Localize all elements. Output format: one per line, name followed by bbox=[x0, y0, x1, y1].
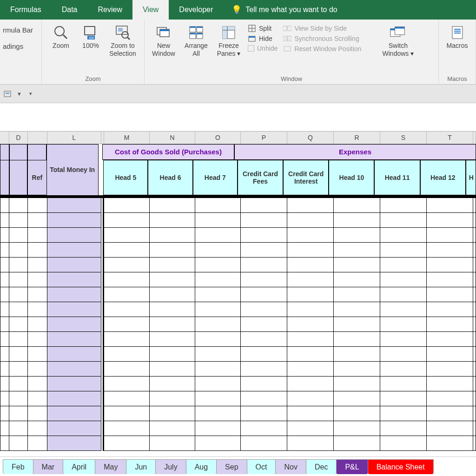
header-cogs-2: Head 7 bbox=[193, 160, 238, 195]
new-window-icon bbox=[155, 24, 172, 41]
header-exp-0: Credit Card Fees bbox=[238, 160, 283, 195]
table-row[interactable] bbox=[0, 272, 476, 287]
zoom-100-button[interactable]: 100 100% bbox=[77, 22, 104, 52]
table-row[interactable] bbox=[0, 243, 476, 258]
svg-rect-41 bbox=[6, 93, 9, 94]
table-row[interactable] bbox=[0, 198, 476, 213]
table-row[interactable] bbox=[0, 347, 476, 362]
table-row[interactable] bbox=[0, 421, 476, 436]
worksheet-tab-dec[interactable]: Dec bbox=[306, 459, 337, 474]
group-label-macros: Macros bbox=[442, 74, 473, 84]
worksheet-tab-aug[interactable]: Aug bbox=[186, 459, 217, 474]
ribbon-group-zoom: Zoom 100 100% Zoom to Selection Zoom bbox=[42, 20, 145, 84]
col-header-l[interactable]: L bbox=[47, 132, 101, 144]
col-header-u[interactable] bbox=[473, 132, 476, 144]
new-window-button[interactable]: New Window bbox=[147, 22, 180, 60]
col-header-n[interactable]: N bbox=[150, 132, 195, 144]
table-row[interactable] bbox=[0, 258, 476, 272]
table-row[interactable] bbox=[0, 213, 476, 228]
svg-rect-19 bbox=[197, 33, 203, 34]
svg-text:100: 100 bbox=[88, 36, 94, 40]
table-row[interactable] bbox=[0, 317, 476, 332]
column-header-row: D L M N O P Q R S T bbox=[0, 131, 476, 144]
arrange-all-button[interactable]: Arrange All bbox=[180, 22, 212, 60]
table-row[interactable] bbox=[0, 406, 476, 421]
qat-dropdown-icon[interactable]: ▼ bbox=[17, 91, 22, 97]
col-header-o[interactable]: O bbox=[195, 132, 241, 144]
worksheet-tab-nov[interactable]: Nov bbox=[275, 459, 306, 474]
ribbon-tab-formulas[interactable]: Formulas bbox=[0, 0, 52, 20]
worksheet-tab-feb[interactable]: Feb bbox=[3, 459, 33, 474]
switch-windows-icon bbox=[390, 24, 406, 41]
worksheet-tab-jun[interactable]: Jun bbox=[126, 459, 156, 474]
toggle-formula-bar[interactable]: rmula Bar bbox=[3, 26, 33, 34]
header-exp-1: Credit Card Interest bbox=[283, 160, 329, 195]
hide-button[interactable]: Hide bbox=[248, 34, 278, 43]
worksheet-tab-july[interactable]: July bbox=[155, 459, 186, 474]
worksheet-tab-sep[interactable]: Sep bbox=[216, 459, 247, 474]
worksheet-tab-strip: FebMarAprilMayJunJulyAugSepOctNovDecP&LB… bbox=[0, 456, 476, 476]
table-row[interactable] bbox=[0, 391, 476, 406]
switch-windows-button[interactable]: Switch Windows ▾ bbox=[378, 22, 418, 60]
worksheet-tab-april[interactable]: April bbox=[63, 459, 95, 474]
toggle-headings[interactable]: adings bbox=[3, 42, 23, 50]
quick-access-toolbar: ▼ ▾ bbox=[0, 85, 476, 103]
reset-window-position-button: Reset Window Position bbox=[283, 45, 375, 53]
lightbulb-icon: 💡 bbox=[231, 5, 242, 15]
worksheet-tab-mar[interactable]: Mar bbox=[33, 459, 64, 474]
table-row[interactable] bbox=[0, 362, 476, 377]
col-header-gap[interactable] bbox=[28, 132, 47, 144]
macros-button[interactable]: Macros bbox=[442, 22, 473, 52]
col-header-d[interactable]: D bbox=[9, 132, 28, 144]
unhide-button: Unhide bbox=[248, 45, 278, 52]
freeze-panes-button[interactable]: Freeze Panes ▾ bbox=[212, 22, 245, 60]
table-row[interactable] bbox=[0, 228, 476, 243]
zoom-100-icon: 100 bbox=[82, 24, 99, 41]
table-row[interactable] bbox=[0, 287, 476, 302]
col-header-p[interactable]: P bbox=[241, 132, 287, 144]
col-header-q[interactable]: Q bbox=[287, 132, 334, 144]
svg-rect-31 bbox=[288, 26, 291, 31]
table-row[interactable] bbox=[0, 302, 476, 317]
qat-overflow-icon[interactable]: ▾ bbox=[29, 91, 32, 97]
reset-pos-icon bbox=[283, 45, 291, 53]
col-header-r[interactable]: R bbox=[334, 132, 380, 144]
zoom-to-selection-button[interactable]: Zoom to Selection bbox=[104, 22, 141, 60]
worksheet-tab-oct[interactable]: Oct bbox=[247, 459, 276, 474]
tell-me-search[interactable]: 💡 Tell me what you want to do bbox=[223, 0, 345, 20]
header-cogs-1: Head 6 bbox=[148, 160, 192, 195]
worksheet-tab-may[interactable]: May bbox=[95, 459, 126, 474]
worksheet-tab-balancesheet[interactable]: Balance Sheet bbox=[368, 459, 434, 474]
table-row[interactable] bbox=[0, 377, 476, 391]
ribbon-tab-data[interactable]: Data bbox=[52, 0, 88, 20]
svg-line-8 bbox=[127, 37, 130, 40]
ribbon-tab-review[interactable]: Review bbox=[87, 0, 132, 20]
svg-rect-13 bbox=[190, 26, 196, 28]
header-exp-4: Head 12 bbox=[420, 160, 466, 195]
sync-scroll-icon bbox=[283, 34, 291, 43]
zoom-button[interactable]: Zoom bbox=[45, 22, 77, 52]
split-button[interactable]: Split bbox=[248, 24, 278, 33]
svg-point-0 bbox=[55, 26, 64, 36]
chevron-down-icon: ▾ bbox=[410, 50, 414, 57]
hide-icon bbox=[248, 34, 256, 43]
table-row[interactable] bbox=[0, 436, 476, 451]
col-header-m[interactable]: M bbox=[104, 132, 150, 144]
worksheet-grid[interactable]: Total Money In Cost of Goods Sold (Purch… bbox=[0, 144, 476, 456]
col-header[interactable] bbox=[0, 132, 9, 144]
ribbon-tab-developer[interactable]: Developer bbox=[169, 0, 223, 20]
svg-rect-34 bbox=[284, 46, 291, 51]
svg-rect-30 bbox=[283, 26, 287, 31]
synchronous-scrolling-button: Synchronous Scrolling bbox=[283, 34, 375, 43]
header-cogs-0: Head 5 bbox=[103, 160, 148, 195]
worksheet-tab-pl[interactable]: P&L bbox=[336, 459, 368, 474]
qat-button-1[interactable] bbox=[3, 89, 12, 99]
freeze-panes-icon bbox=[220, 24, 237, 41]
group-label-window: Window bbox=[147, 74, 436, 84]
ribbon-tab-view[interactable]: View bbox=[132, 0, 169, 20]
header-total-money-in: Total Money In bbox=[46, 144, 99, 195]
worksheet-area: D L M N O P Q R S T Total Money In Cost … bbox=[0, 131, 476, 456]
col-header-s[interactable]: S bbox=[380, 132, 427, 144]
table-row[interactable] bbox=[0, 332, 476, 347]
col-header-t[interactable]: T bbox=[427, 132, 473, 144]
